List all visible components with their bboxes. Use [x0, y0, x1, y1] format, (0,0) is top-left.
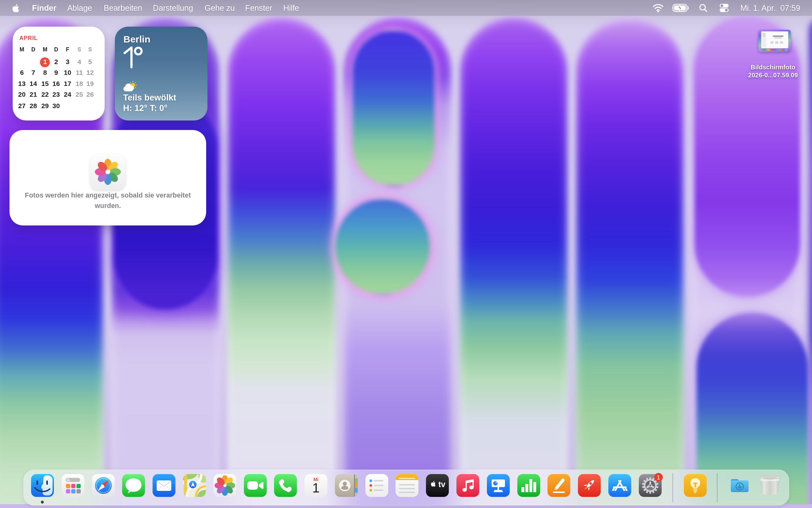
svg-text:1: 1: [312, 480, 319, 495]
svg-text:tv: tv: [438, 480, 445, 489]
svg-text:1: 1: [657, 474, 660, 481]
